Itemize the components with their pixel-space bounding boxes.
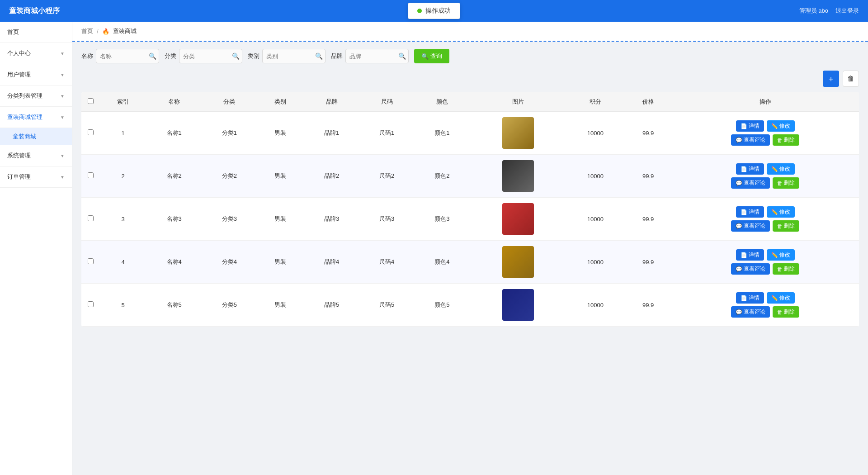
delete-button[interactable]: 🗑 删除 [773,177,799,189]
sidebar-item-categories[interactable]: 分类列表管理 ▼ [0,86,72,107]
layout: 首页 个人中心 ▼ 用户管理 ▼ 分类列表管理 ▼ 童装商城管理 ▼ 童装商城 … [0,22,868,475]
row-checkbox[interactable] [88,129,94,135]
detail-label: 详情 [749,122,760,130]
detail-button[interactable]: 📄 详情 [736,206,764,218]
delete-button[interactable]: 🗑 删除 [773,263,799,275]
row-price: 99.9 [625,198,672,241]
detail-button[interactable]: 📄 详情 [736,163,764,175]
col-score: 积分 [566,92,624,112]
search-category-label: 分类 [165,52,176,60]
edit-label: 修改 [779,122,790,130]
row-brand: 品牌3 [304,198,359,241]
edit-button[interactable]: ✏️ 修改 [767,120,795,132]
row-size: 尺码3 [359,198,415,241]
row-category: 分类5 [202,284,257,327]
sidebar-item-home[interactable]: 首页 [0,22,72,43]
edit-label: 修改 [779,208,790,216]
add-button[interactable]: ＋ [823,71,839,87]
product-image [502,117,534,149]
chevron-down-icon: ▼ [60,153,65,158]
edit-icon: ✏️ [771,123,778,129]
sidebar-item-users-label: 用户管理 [7,71,31,79]
review-label: 查看评论 [744,136,765,144]
row-checkbox[interactable] [88,301,94,307]
breadcrumb-home[interactable]: 首页 [81,27,93,35]
row-score: 10000 [566,284,624,327]
row-score: 10000 [566,241,624,284]
sidebar-item-shop[interactable]: 童装商城 [0,128,72,145]
row-size: 尺码2 [359,155,415,198]
edit-button[interactable]: ✏️ 修改 [767,292,795,304]
row-category: 分类4 [202,241,257,284]
table-header-row: 索引 名称 分类 类别 品牌 尺码 颜色 图片 积分 价格 操作 [81,92,859,112]
delete-button[interactable]: 🗑 删除 [773,134,799,146]
search-brand-icon-btn[interactable]: 🔍 [398,52,406,60]
row-image [470,284,566,327]
row-checkbox[interactable] [88,172,94,178]
row-checkbox[interactable] [88,215,94,221]
delete-label: 删除 [784,136,795,144]
row-size: 尺码5 [359,284,415,327]
search-name-icon-btn[interactable]: 🔍 [149,52,156,60]
product-table: 索引 名称 分类 类别 品牌 尺码 颜色 图片 积分 价格 操作 [81,92,859,327]
row-name: 名称2 [146,155,202,198]
row-checkbox-cell [81,112,99,155]
review-icon: 💬 [736,266,742,272]
sidebar-item-orders-label: 订单管理 [7,173,31,181]
chevron-down-icon: ▼ [60,94,65,99]
review-button[interactable]: 💬 查看评论 [731,220,770,232]
review-button[interactable]: 💬 查看评论 [731,134,770,146]
doc-icon: 📄 [741,295,747,301]
header-checkbox-cell [81,92,99,112]
sidebar-item-profile[interactable]: 个人中心 ▼ [0,43,72,64]
delete-button[interactable]: 🗑 删除 [773,220,799,232]
content-area: 名称 🔍 分类 🔍 类别 [72,42,868,334]
sidebar-item-system[interactable]: 系统管理 ▼ [0,145,72,166]
breadcrumb-current: 童装商城 [113,27,137,35]
edit-button[interactable]: ✏️ 修改 [767,206,795,218]
edit-button[interactable]: ✏️ 修改 [767,249,795,261]
edit-button[interactable]: ✏️ 修改 [767,163,795,175]
sidebar-item-shop-manage[interactable]: 童装商城管理 ▼ [0,107,72,128]
sidebar-item-users[interactable]: 用户管理 ▼ [0,64,72,86]
row-checkbox[interactable] [88,258,94,264]
search-category-icon-btn[interactable]: 🔍 [232,52,240,60]
review-button[interactable]: 💬 查看评论 [731,177,770,189]
table-row: 4 名称4 分类4 男装 品牌4 尺码4 颜色4 10000 99.9 📄 详情… [81,241,859,284]
review-icon: 💬 [736,137,742,143]
row-size: 尺码1 [359,112,415,155]
col-image: 图片 [470,92,566,112]
action-row-top: 📄 详情 ✏️ 修改 [736,163,795,175]
row-price: 99.9 [625,155,672,198]
detail-label: 详情 [749,208,760,216]
detail-button[interactable]: 📄 详情 [736,120,764,132]
review-button[interactable]: 💬 查看评论 [731,306,770,318]
search-type-icon-btn[interactable]: 🔍 [315,52,323,60]
detail-button[interactable]: 📄 详情 [736,249,764,261]
success-toast: 操作成功 [408,3,460,19]
search-category-wrap: 🔍 [179,49,242,63]
col-category: 分类 [202,92,257,112]
row-checkbox-cell [81,155,99,198]
row-type: 男装 [257,155,304,198]
sidebar-item-orders[interactable]: 订单管理 ▼ [0,166,72,188]
chevron-down-icon: ▼ [60,175,65,180]
doc-icon: 📄 [741,209,747,215]
table-row: 3 名称3 分类3 男装 品牌3 尺码3 颜色3 10000 99.9 📄 详情… [81,198,859,241]
detail-button[interactable]: 📄 详情 [736,292,764,304]
search-button[interactable]: 🔍 查询 [414,49,449,63]
action-row-bottom: 💬 查看评论 🗑 删除 [731,263,799,275]
delete-button[interactable]: 🗑 删除 [773,306,799,318]
detail-label: 详情 [749,165,760,173]
edit-icon: ✏️ [771,295,778,301]
batch-delete-button[interactable]: 🗑 [843,71,859,87]
search-brand-label: 品牌 [331,52,343,60]
doc-icon: 📄 [741,166,747,172]
logout-link[interactable]: 退出登录 [835,7,859,15]
table-row: 5 名称5 分类5 男装 品牌5 尺码5 颜色5 10000 99.9 📄 详情… [81,284,859,327]
select-all-checkbox[interactable] [88,98,94,104]
trash-icon: 🗑 [777,266,783,272]
edit-label: 修改 [779,294,790,302]
row-actions: 📄 详情 ✏️ 修改 💬 查看评论 🗑 删除 [672,155,859,198]
review-button[interactable]: 💬 查看评论 [731,263,770,275]
